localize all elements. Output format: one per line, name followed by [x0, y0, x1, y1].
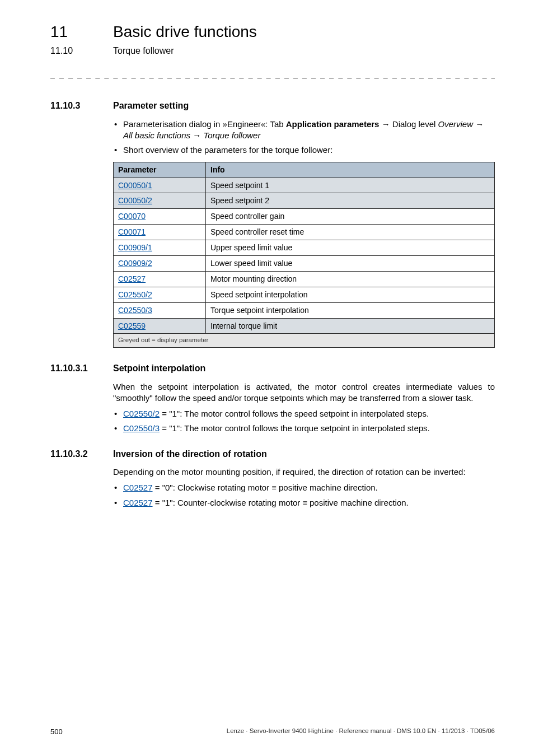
page-footer: 500 Lenze · Servo-Inverter 9400 HighLine… [50, 727, 495, 737]
parameter-link[interactable]: C02550/2 [123, 409, 160, 418]
page-number: 500 [50, 727, 63, 737]
table-cell-parameter: C00070 [114, 209, 206, 225]
table-cell-info: Speed controller reset time [206, 225, 495, 240]
parameter-link[interactable]: C02550/3 [123, 423, 160, 433]
table-row: C02527Motor mounting direction [114, 271, 495, 287]
text: positive machine direction. [307, 498, 409, 507]
setpoint-interpolation-bullets: C02550/2 = "1": The motor control follow… [113, 408, 495, 435]
section-title: Inversion of the direction of rotation [113, 448, 267, 460]
section-heading-11-10-3: 11.10.3 Parameter setting [50, 100, 495, 112]
section-heading-11-10-3-1: 11.10.3.1 Setpoint interpolation [50, 362, 495, 375]
table-cell-parameter: C02527 [114, 271, 206, 287]
arrow-icon: → [190, 130, 203, 140]
parameter-setting-bullets: Parameterisation dialog in »Engineer«: T… [113, 119, 495, 156]
subchapter-heading: 11.10 Torque follower [50, 45, 495, 57]
text: Parameterisation dialog in »Engineer«: T… [123, 119, 286, 129]
table-footnote: Greyed out = display parameter [114, 334, 495, 348]
table-header-info: Info [206, 162, 495, 178]
subchapter-title: Torque follower [113, 45, 174, 57]
bold-text: Application parameters [286, 119, 380, 129]
table-cell-info: Torque setpoint interpolation [206, 302, 495, 318]
table-cell-info: Speed setpoint 1 [206, 178, 495, 193]
table-cell-info: Internal torque limit [206, 318, 495, 334]
section-number: 11.10.3 [50, 100, 113, 112]
parameter-link[interactable]: C02559 [118, 321, 146, 330]
table-row: C00071Speed controller reset time [114, 225, 495, 240]
separator-dashes: _ _ _ _ _ _ _ _ _ _ _ _ _ _ _ _ _ _ _ _ … [50, 69, 495, 80]
table-cell-parameter: C00909/1 [114, 240, 206, 256]
text: positive machine direction. [277, 483, 378, 492]
paragraph: When the setpoint interpolation is activ… [113, 381, 495, 404]
section-heading-11-10-3-2: 11.10.3.2 Inversion of the direction of … [50, 448, 495, 460]
parameter-link[interactable]: C00909/1 [118, 243, 152, 252]
parameter-link[interactable]: C00071 [118, 227, 146, 236]
table-cell-info: Speed setpoint 2 [206, 193, 495, 209]
parameter-link[interactable]: C02527 [118, 274, 146, 283]
parameter-link[interactable]: C00050/2 [118, 196, 152, 205]
table-header-parameter: Parameter [114, 162, 206, 178]
table-row: C00050/1Speed setpoint 1 [114, 178, 495, 193]
list-item: C02527 = "1": Counter-clockwise rotating… [113, 497, 495, 508]
text: = "1": The motor control follows the tor… [160, 423, 430, 433]
list-item: Short overview of the parameters for the… [113, 144, 495, 156]
list-item: Parameterisation dialog in »Engineer«: T… [113, 119, 495, 142]
list-item: C02550/2 = "1": The motor control follow… [113, 408, 495, 419]
section-title: Setpoint interpolation [113, 362, 205, 375]
text: = "1": Counter-clockwise rotating motor [153, 498, 303, 507]
parameter-link[interactable]: C02527 [123, 483, 153, 492]
parameter-link[interactable]: C02550/3 [118, 306, 152, 315]
italic-text: Overview [438, 119, 474, 129]
table-cell-parameter: C00909/2 [114, 255, 206, 271]
table-row: C02550/2Speed setpoint interpolation [114, 287, 495, 302]
parameter-link[interactable]: C00050/1 [118, 181, 152, 190]
italic-text: All basic functions [123, 130, 190, 140]
chapter-heading: 11 Basic drive functions [50, 21, 495, 43]
table-row: C00909/2Lower speed limit value [114, 255, 495, 271]
arrow-icon: → [473, 119, 484, 129]
table-row: C00050/2Speed setpoint 2 [114, 193, 495, 209]
text: Short overview of the parameters for the… [123, 145, 332, 155]
table-cell-info: Speed controller gain [206, 209, 495, 225]
table-cell-parameter: C00050/1 [114, 178, 206, 193]
parameter-link[interactable]: C02527 [123, 498, 153, 507]
parameter-link[interactable]: C00909/2 [118, 259, 152, 268]
chapter-number: 11 [50, 21, 113, 43]
paragraph: Depending on the motor mounting position… [113, 466, 495, 478]
text: Dialog level [392, 119, 438, 129]
parameter-link[interactable]: C02550/2 [118, 290, 152, 299]
table-row: C02550/3Torque setpoint interpolation [114, 302, 495, 318]
table-cell-info: Speed setpoint interpolation [206, 287, 495, 302]
table-cell-info: Upper speed limit value [206, 240, 495, 256]
table-cell-info: Motor mounting direction [206, 271, 495, 287]
text: = "0": Clockwise rotating motor [153, 483, 272, 492]
equiv-icon: ≡ [271, 483, 276, 492]
arrow-icon: → [379, 119, 392, 129]
table-cell-parameter: C02550/3 [114, 302, 206, 318]
table-row: C02559Internal torque limit [114, 318, 495, 334]
parameter-table: Parameter Info C00050/1Speed setpoint 1C… [113, 162, 495, 348]
table-row: C00070Speed controller gain [114, 209, 495, 225]
list-item: C02527 = "0": Clockwise rotating motor ≡… [113, 482, 495, 493]
chapter-title: Basic drive functions [113, 21, 257, 43]
table-cell-parameter: C00050/2 [114, 193, 206, 209]
text: = "1": The motor control follows the spe… [160, 409, 429, 418]
parameter-link[interactable]: C00070 [118, 212, 146, 221]
section-number: 11.10.3.2 [50, 448, 113, 460]
section-title: Parameter setting [113, 100, 189, 112]
table-cell-parameter: C00071 [114, 225, 206, 240]
table-cell-parameter: C02550/2 [114, 287, 206, 302]
table-cell-parameter: C02559 [114, 318, 206, 334]
footer-text: Lenze · Servo-Inverter 9400 HighLine · R… [227, 727, 495, 737]
subchapter-number: 11.10 [50, 45, 113, 57]
equiv-icon: ≡ [302, 498, 307, 507]
italic-text: Torque follower [203, 130, 260, 140]
section-number: 11.10.3.1 [50, 362, 113, 375]
list-item: C02550/3 = "1": The motor control follow… [113, 423, 495, 434]
inversion-bullets: C02527 = "0": Clockwise rotating motor ≡… [113, 482, 495, 508]
table-row: C00909/1Upper speed limit value [114, 240, 495, 256]
table-cell-info: Lower speed limit value [206, 255, 495, 271]
